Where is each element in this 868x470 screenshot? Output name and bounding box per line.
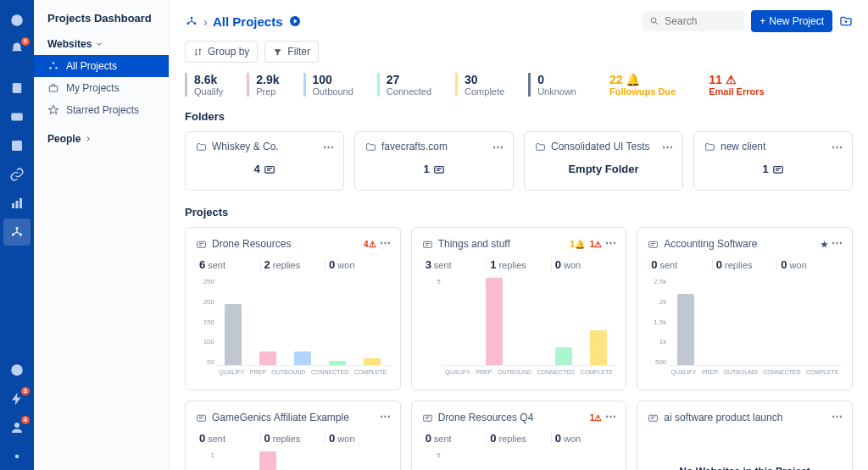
project-menu-icon[interactable]: ⋯: [832, 410, 843, 423]
project-card[interactable]: ai software product launchNo Websites in…: [637, 401, 853, 470]
project-menu-icon[interactable]: ⋯: [605, 410, 617, 423]
metric: 6sent: [196, 258, 261, 271]
project-chart: 5QUALIFYPREPOUTBOUNDCONNECTEDCOMPLETE: [422, 451, 616, 470]
main-content: › All Projects + New Project Group by Fi…: [170, 0, 868, 470]
stat-complete: 30Complete: [455, 73, 504, 97]
rail-contact-icon[interactable]: [3, 132, 31, 159]
svg-point-0: [11, 14, 23, 26]
rail-org-icon[interactable]: [3, 218, 31, 246]
filter-icon: [273, 47, 282, 57]
sidebar-group-people[interactable]: People: [34, 130, 169, 150]
sidebar: Projects Dashboard Websites All Projects…: [34, 0, 170, 470]
project-card[interactable]: Things and stuff1🔔1⚠3sent1replies0won5QU…: [411, 227, 627, 390]
breadcrumb-current: All Projects: [213, 14, 283, 29]
metric: 0won: [777, 258, 842, 271]
rail-logo-icon[interactable]: [3, 7, 31, 34]
metric: 0won: [552, 258, 616, 271]
search-icon: [649, 16, 659, 26]
rail-link-icon[interactable]: [3, 161, 31, 188]
sidebar-item-my-projects[interactable]: My Projects: [34, 77, 169, 99]
rail-bell-icon[interactable]: 5: [3, 36, 31, 63]
folder-menu-icon[interactable]: ⋯: [492, 141, 504, 153]
stat-unknown: 0Unknown: [528, 73, 576, 97]
svg-rect-29: [423, 415, 431, 421]
metric: 0won: [326, 432, 390, 445]
svg-rect-2: [11, 113, 23, 121]
search-input[interactable]: [643, 11, 744, 31]
rail-help-icon[interactable]: [3, 357, 31, 384]
folder-card[interactable]: Whiskey & Co.4 ⋯: [185, 131, 344, 191]
breadcrumb[interactable]: › All Projects: [185, 14, 302, 29]
new-folder-icon[interactable]: [839, 14, 853, 28]
sidebar-item-all-projects[interactable]: All Projects: [34, 55, 169, 77]
folder-icon: [535, 141, 546, 152]
metric: 0sent: [422, 432, 487, 445]
folders-heading: Folders: [185, 110, 853, 123]
project-icon: [422, 239, 433, 250]
svg-rect-25: [198, 241, 206, 247]
star-icon: [47, 104, 59, 116]
svg-rect-6: [19, 198, 22, 208]
project-card[interactable]: Accounting Software★0sent0replies0won2.5…: [637, 227, 853, 390]
chart-bar: [486, 278, 503, 365]
metric: 0replies: [713, 258, 778, 271]
rail-mail-icon[interactable]: [3, 103, 31, 130]
metric: 0replies: [261, 432, 326, 445]
play-circle-icon[interactable]: [288, 14, 302, 28]
filter-button[interactable]: Filter: [264, 41, 319, 63]
rail-reports-icon[interactable]: [3, 190, 31, 217]
rail-bolt-icon[interactable]: 3: [3, 385, 31, 412]
stat-connected: 27Connected: [377, 73, 431, 97]
project-menu-icon[interactable]: ⋯: [380, 236, 392, 249]
metric: 0replies: [487, 432, 552, 445]
sidebar-item-starred[interactable]: Starred Projects: [34, 99, 169, 121]
stat-email-errors: 11 ⚠Email Errors: [699, 73, 764, 97]
project-chart: 1QUALIFYPREPOUTBOUNDCONNECTEDCOMPLETE: [196, 451, 390, 470]
project-icon: [422, 412, 433, 423]
stat-outbound: 100Outbound: [303, 73, 353, 97]
stat-followups-due: 22 🔔Followups Due: [600, 73, 676, 97]
chart-bar: [294, 351, 311, 365]
project-chart: 5QUALIFYPREPOUTBOUNDCONNECTEDCOMPLETE: [422, 278, 616, 379]
svg-rect-16: [49, 86, 57, 91]
rail-user-icon[interactable]: 4: [3, 414, 31, 441]
folder-card[interactable]: Consolidated UI TestsEmpty Folder⋯: [524, 131, 683, 191]
group-by-button[interactable]: Group by: [185, 41, 258, 63]
star-icon[interactable]: ★: [821, 240, 828, 249]
chart-bar: [225, 304, 242, 365]
metric: 3sent: [422, 258, 487, 271]
chart-bar: [259, 351, 276, 365]
sort-icon: [193, 47, 203, 57]
svg-point-14: [49, 67, 51, 69]
search-field[interactable]: [665, 15, 732, 27]
folder-menu-icon[interactable]: ⋯: [323, 141, 335, 153]
stat-qualify: 8.6kQualify: [185, 73, 223, 97]
project-card[interactable]: Drone Resources Q41⚠0sent0replies0won5QU…: [411, 401, 627, 470]
topbar: › All Projects + New Project: [185, 10, 853, 32]
svg-rect-23: [434, 166, 443, 173]
svg-rect-26: [423, 241, 431, 247]
project-card[interactable]: GameGenics Affiliate Example0sent0replie…: [185, 401, 401, 470]
folder-card[interactable]: new client1 ⋯: [693, 131, 853, 191]
svg-rect-3: [12, 141, 22, 151]
projects-heading: Projects: [185, 206, 853, 218]
bell-badge: 5: [21, 37, 30, 46]
sidebar-group-websites[interactable]: Websites: [34, 35, 169, 55]
project-menu-icon[interactable]: ⋯: [380, 410, 392, 423]
project-menu-icon[interactable]: ⋯: [832, 236, 843, 249]
sidebar-item-label: All Projects: [66, 60, 117, 72]
folder-menu-icon[interactable]: ⋯: [832, 141, 843, 153]
project-menu-icon[interactable]: ⋯: [605, 236, 617, 249]
bolt-badge: 3: [21, 387, 30, 395]
new-project-button[interactable]: + New Project: [751, 10, 832, 32]
svg-rect-4: [12, 203, 14, 208]
project-chart: 25020015010050QUALIFYPREPOUTBOUNDCONNECT…: [196, 278, 390, 379]
org-icon: [185, 14, 198, 28]
project-icon: [196, 239, 207, 250]
project-card[interactable]: Drone Resources4⚠6sent2replies0won250200…: [185, 227, 401, 390]
folder-card[interactable]: favecrafts.com1 ⋯: [354, 131, 514, 191]
folder-menu-icon[interactable]: ⋯: [662, 141, 674, 153]
rail-doc-icon[interactable]: [3, 75, 31, 102]
svg-point-12: [15, 455, 19, 459]
rail-settings-icon[interactable]: [3, 443, 31, 470]
